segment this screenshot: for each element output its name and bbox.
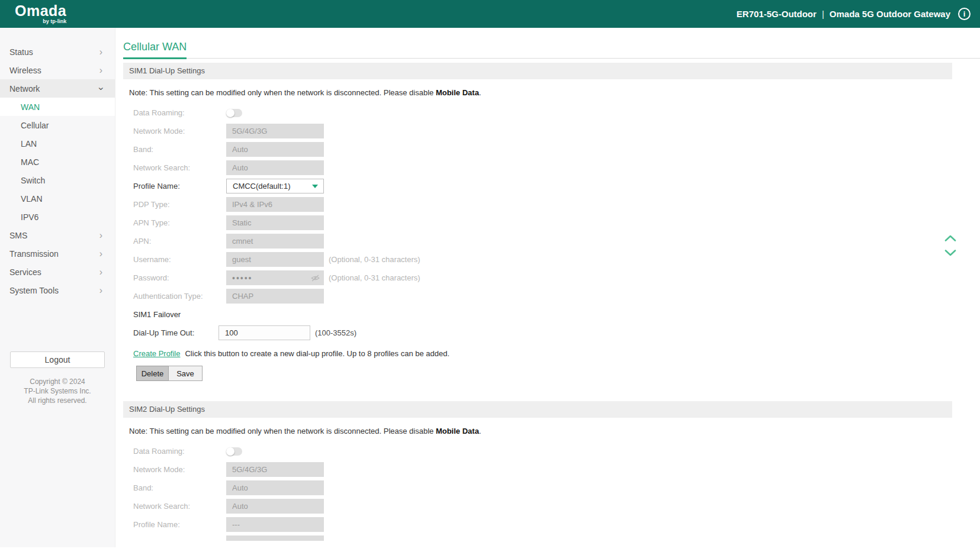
network-mode-label: Network Mode:: [133, 127, 226, 135]
sim2-note: Note: This setting can be modified only …: [129, 427, 980, 435]
username-label: Username:: [133, 255, 226, 264]
sidebar-item-sms[interactable]: SMS›: [0, 226, 115, 244]
sidebar-item-system-tools[interactable]: System Tools›: [0, 281, 115, 299]
chevron-right-icon: ›: [99, 249, 102, 259]
delete-button[interactable]: Delete: [136, 366, 169, 381]
create-profile-description: Click this button to create a new dial-u…: [185, 349, 449, 358]
network-search-label: Network Search:: [133, 502, 226, 511]
dialup-timeout-hint: (100-3552s): [315, 328, 356, 337]
dialup-timeout-input[interactable]: [219, 325, 310, 340]
logout-button[interactable]: Logout: [10, 351, 105, 368]
username-hint: (Optional, 0-31 characters): [329, 255, 420, 264]
network-mode-label: Network Mode:: [133, 465, 226, 474]
apn-label: APN:: [133, 237, 226, 246]
row-sim1-password: Password: (Optional, 0-31 characters): [133, 270, 980, 285]
sim2-section-header: SIM2 Dial-Up Settings: [123, 401, 952, 418]
password-hint: (Optional, 0-31 characters): [329, 273, 420, 282]
sidebar-item-wan[interactable]: WAN: [0, 98, 115, 116]
row-sim1-pdp-type: PDP Type:: [133, 197, 980, 212]
sim1-failover-heading: SIM1 Failover: [133, 307, 980, 322]
password-input: [226, 270, 324, 285]
apn-input: [226, 234, 324, 249]
network-search-label: Network Search:: [133, 163, 226, 172]
chevron-right-icon: ›: [99, 267, 102, 277]
sidebar-item-services[interactable]: Services›: [0, 263, 115, 281]
partially-visible-input: [226, 535, 324, 541]
row-sim1-dialup-timeout: Dial-Up Time Out: (100-3552s): [133, 325, 980, 340]
auth-type-input: [226, 289, 324, 304]
chevron-right-icon: ›: [99, 286, 102, 295]
header-device-info: ER701-5G-Outdoor | Omada 5G Outdoor Gate…: [737, 8, 971, 20]
sidebar-item-mac[interactable]: MAC: [0, 153, 115, 171]
sidebar-item-vlan[interactable]: VLAN: [0, 189, 115, 208]
sidebar-item-switch[interactable]: Switch: [0, 171, 115, 189]
data-roaming-label: Data Roaming:: [133, 108, 226, 117]
device-model: ER701-5G-Outdoor: [737, 9, 817, 19]
scroll-controls: [944, 235, 956, 256]
create-profile-row: Create Profile Click this button to crea…: [133, 349, 980, 358]
tab-cellular-wan[interactable]: Cellular WAN: [123, 41, 187, 59]
info-icon[interactable]: i: [958, 8, 971, 20]
band-input: [226, 480, 324, 495]
chevron-right-icon: ›: [99, 47, 102, 57]
band-input: [226, 142, 324, 157]
row-sim1-auth-type: Authentication Type:: [133, 289, 980, 304]
chevron-right-icon: ›: [99, 231, 102, 240]
chevron-down-icon: ›: [96, 87, 105, 90]
auth-type-label: Authentication Type:: [133, 292, 226, 301]
row-sim2-band: Band:: [133, 480, 980, 495]
sidebar-item-status[interactable]: Status›: [0, 43, 115, 61]
row-sim2-data-roaming: Data Roaming:: [133, 444, 980, 459]
dialup-timeout-label: Dial-Up Time Out:: [133, 328, 219, 337]
sidebar-item-transmission[interactable]: Transmission›: [0, 244, 115, 263]
row-sim1-network-search: Network Search:: [133, 160, 980, 175]
row-sim2-network-mode: Network Mode:: [133, 462, 980, 477]
row-sim1-username: Username: (Optional, 0-31 characters): [133, 252, 980, 267]
toggle-knob: [226, 447, 234, 456]
sidebar-item-lan[interactable]: LAN: [0, 134, 115, 153]
row-sim1-apn-type: APN Type:: [133, 215, 980, 230]
eye-slash-icon: [311, 275, 320, 282]
toggle-knob: [226, 109, 234, 117]
profile-name-label: Profile Name:: [133, 182, 226, 191]
data-roaming-toggle: [226, 109, 242, 117]
header-separator: |: [822, 9, 824, 19]
select-dropdown-arrow-icon: [312, 185, 318, 188]
network-search-input: [226, 499, 324, 514]
pdp-type-label: PDP Type:: [133, 200, 226, 209]
create-profile-link[interactable]: Create Profile: [133, 349, 180, 358]
row-sim1-apn: APN:: [133, 234, 980, 249]
row-sim2-profile-name: Profile Name:: [133, 517, 980, 532]
band-label: Band:: [133, 483, 226, 492]
device-name: Omada 5G Outdoor Gateway: [830, 9, 950, 19]
row-sim2-network-search: Network Search:: [133, 499, 980, 514]
sidebar-item-network[interactable]: Network›: [0, 79, 115, 98]
row-sim1-profile-name: Profile Name: CMCC(default:1): [133, 179, 980, 193]
row-sim1-network-mode: Network Mode:: [133, 124, 980, 138]
band-label: Band:: [133, 145, 226, 154]
sidebar: Status› Wireless› Network› WAN Cellular …: [0, 28, 115, 547]
chevron-up-icon[interactable]: [944, 235, 956, 241]
sim1-note: Note: This setting can be modified only …: [129, 88, 980, 97]
username-input: [226, 252, 324, 267]
logo-wordmark: Omada: [15, 4, 66, 18]
profile-name-selected-value: CMCC(default:1): [233, 182, 291, 191]
chevron-down-icon[interactable]: [944, 250, 956, 256]
row-sim1-data-roaming: Data Roaming:: [133, 105, 980, 120]
profile-name-select[interactable]: CMCC(default:1): [226, 179, 324, 193]
profile-name-label: Profile Name:: [133, 520, 226, 529]
password-label: Password:: [133, 273, 226, 282]
copyright: Copyright © 2024 TP-Link Systems Inc. Al…: [0, 377, 115, 405]
logo-subtext: by tp-link: [15, 19, 66, 24]
chevron-right-icon: ›: [99, 66, 102, 75]
sidebar-item-wireless[interactable]: Wireless›: [0, 61, 115, 79]
apn-type-label: APN Type:: [133, 218, 226, 227]
sidebar-item-ipv6[interactable]: IPV6: [0, 208, 115, 226]
sidebar-item-cellular[interactable]: Cellular: [0, 116, 115, 134]
sim1-section-header: SIM1 Dial-Up Settings: [123, 63, 952, 79]
save-button[interactable]: Save: [168, 366, 203, 381]
omada-logo: Omada by tp-link: [15, 4, 66, 24]
data-roaming-toggle: [226, 447, 242, 456]
network-mode-input: [226, 124, 324, 138]
apn-type-input: [226, 215, 324, 230]
